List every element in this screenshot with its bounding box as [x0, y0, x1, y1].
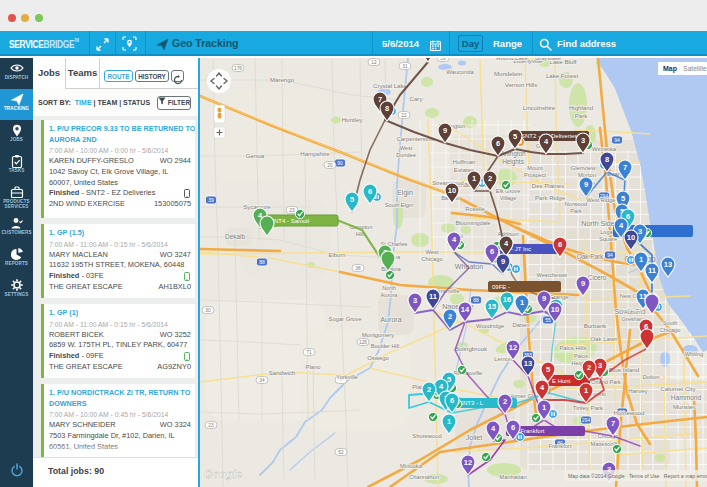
- svg-text:Elgin: Elgin: [397, 189, 413, 197]
- svg-text:Auburn: Auburn: [624, 309, 642, 315]
- svg-text:31: 31: [402, 64, 408, 69]
- svg-text:Chicago: Chicago: [421, 256, 442, 262]
- svg-text:14: 14: [461, 305, 470, 314]
- svg-text:10: 10: [551, 305, 559, 314]
- svg-text:23: 23: [208, 423, 214, 428]
- svg-text:Oswego: Oswego: [367, 355, 388, 361]
- svg-text:59: 59: [440, 58, 446, 61]
- svg-text:Dundee: Dundee: [396, 152, 416, 158]
- svg-text:Oak Lawn: Oak Lawn: [590, 335, 617, 342]
- svg-text:9: 9: [581, 279, 585, 288]
- svg-text:West: West: [400, 145, 413, 151]
- svg-text:12: 12: [371, 60, 377, 65]
- svg-text:5: 5: [513, 132, 517, 141]
- svg-text:Chicago: Chicago: [660, 327, 681, 333]
- svg-text:11: 11: [648, 266, 656, 275]
- svg-text:1: 1: [542, 403, 546, 412]
- svg-text:10: 10: [627, 233, 635, 242]
- svg-text:Cary: Cary: [410, 95, 424, 102]
- svg-text:Aurora: Aurora: [381, 292, 399, 298]
- svg-text:SNT3 - L: SNT3 - L: [459, 400, 484, 406]
- svg-text:1: 1: [472, 174, 476, 183]
- svg-text:Munster: Munster: [673, 403, 695, 410]
- svg-text:Manhattan: Manhattan: [499, 474, 526, 480]
- svg-text:Google: Google: [204, 468, 242, 480]
- svg-text:5: 5: [546, 365, 550, 374]
- svg-text:Vernon Hills: Vernon Hills: [505, 81, 538, 88]
- svg-text:38: 38: [355, 266, 361, 271]
- svg-text:3: 3: [598, 361, 602, 370]
- svg-text:Plano: Plano: [306, 364, 321, 370]
- svg-text:Orland Park: Orland Park: [591, 379, 621, 385]
- svg-text:8: 8: [385, 104, 389, 113]
- svg-text:3: 3: [638, 227, 642, 236]
- svg-text:Cicero: Cicero: [588, 274, 607, 281]
- svg-text:Channahon: Channahon: [409, 474, 439, 480]
- svg-text:94: 94: [607, 252, 613, 258]
- svg-text:South Elgin: South Elgin: [385, 202, 414, 208]
- svg-text:5: 5: [621, 194, 625, 203]
- svg-text:Aurora: Aurora: [380, 316, 401, 324]
- svg-text:6: 6: [496, 139, 500, 148]
- svg-text:71: 71: [306, 350, 312, 355]
- svg-text:1: 1: [520, 298, 524, 307]
- svg-text:7: 7: [611, 419, 615, 428]
- svg-text:1: 1: [584, 386, 588, 395]
- svg-text:55: 55: [545, 317, 551, 323]
- svg-text:12: 12: [464, 458, 472, 467]
- svg-text:Heights: Heights: [502, 158, 524, 166]
- svg-text:23: 23: [289, 208, 295, 213]
- svg-text:Marengo: Marengo: [270, 76, 295, 83]
- svg-text:88: 88: [473, 297, 479, 303]
- svg-text:Huntley: Huntley: [342, 116, 364, 123]
- svg-text:12: 12: [509, 343, 517, 352]
- svg-text:9: 9: [443, 126, 447, 135]
- svg-text:7: 7: [378, 95, 382, 104]
- svg-text:2: 2: [448, 312, 452, 321]
- svg-text:Hoffman: Hoffman: [453, 158, 476, 165]
- svg-text:1: 1: [447, 417, 451, 426]
- svg-text:90: 90: [337, 160, 343, 166]
- svg-text:Minooka: Minooka: [400, 463, 423, 469]
- svg-text:Blue Island: Blue Island: [609, 366, 639, 373]
- svg-text:Park: Park: [575, 112, 588, 119]
- svg-text:2: 2: [503, 397, 507, 406]
- svg-text:294: 294: [582, 417, 591, 423]
- svg-text:Norwood: Norwood: [565, 201, 587, 207]
- svg-text:Sugar Grove: Sugar Grove: [329, 316, 362, 322]
- svg-text:Homewood: Homewood: [614, 409, 645, 416]
- svg-text:Oak Park: Oak Park: [577, 253, 604, 260]
- svg-text:Glenview: Glenview: [570, 164, 596, 171]
- svg-text:9: 9: [501, 257, 505, 266]
- svg-text:West: West: [425, 249, 438, 255]
- svg-text:Palos Hills: Palos Hills: [559, 345, 586, 351]
- svg-text:Wauconda: Wauconda: [446, 69, 474, 75]
- svg-text:30: 30: [205, 308, 211, 313]
- svg-text:94: 94: [614, 137, 620, 143]
- svg-text:Darien: Darien: [512, 322, 529, 328]
- svg-text:Des Plaines: Des Plaines: [532, 182, 565, 189]
- svg-text:Genoa: Genoa: [246, 152, 265, 159]
- svg-text:Round Lake: Round Lake: [496, 58, 527, 61]
- svg-text:Elburn: Elburn: [329, 252, 346, 258]
- svg-text:3: 3: [581, 136, 585, 145]
- svg-text:5: 5: [350, 195, 354, 204]
- svg-text:Montgomery: Montgomery: [362, 332, 394, 338]
- svg-text:39: 39: [208, 197, 214, 203]
- svg-text:Bloomingdale: Bloomingdale: [455, 220, 490, 226]
- svg-text:126: 126: [359, 340, 367, 345]
- svg-text:6: 6: [626, 212, 630, 221]
- svg-text:Hammond: Hammond: [671, 394, 702, 401]
- svg-text:13: 13: [524, 359, 532, 368]
- svg-text:10: 10: [448, 186, 456, 195]
- svg-text:16: 16: [503, 295, 511, 304]
- svg-text:North: North: [382, 285, 396, 291]
- svg-text:Harvey: Harvey: [628, 387, 648, 394]
- svg-text:8: 8: [605, 155, 609, 164]
- svg-text:Sandwich: Sandwich: [269, 369, 295, 376]
- svg-text:176: 176: [234, 66, 242, 71]
- svg-text:7: 7: [623, 163, 627, 172]
- svg-text:South: South: [663, 320, 678, 326]
- svg-text:9: 9: [584, 180, 588, 189]
- svg-text:Prospect: Prospect: [524, 172, 547, 178]
